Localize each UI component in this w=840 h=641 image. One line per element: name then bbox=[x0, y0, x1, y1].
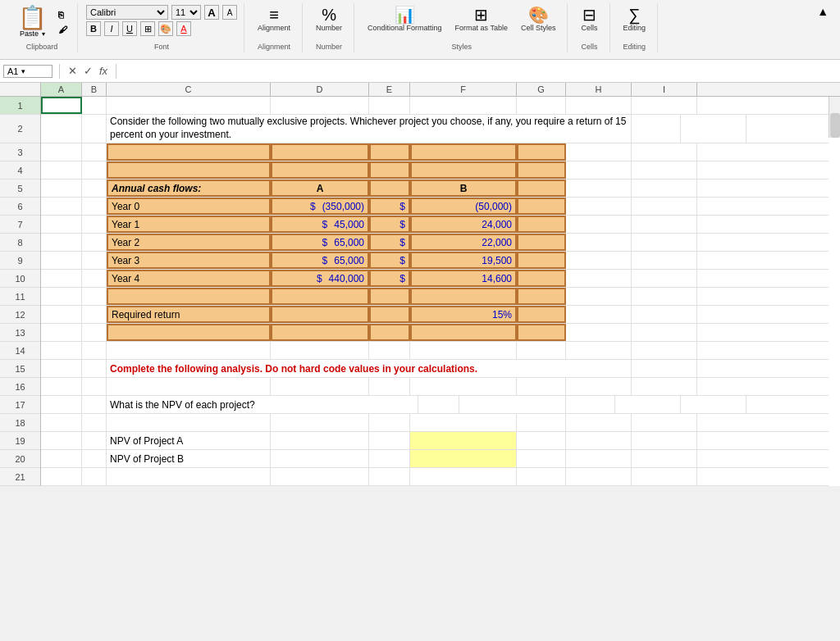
cell-A9[interactable] bbox=[41, 252, 82, 269]
confirm-formula-icon[interactable]: ✓ bbox=[82, 65, 94, 77]
cell-G2[interactable] bbox=[632, 115, 681, 143]
cell-I6[interactable] bbox=[632, 198, 697, 215]
cell-D21[interactable] bbox=[271, 468, 369, 485]
row-num-10[interactable]: 10 bbox=[0, 270, 40, 288]
cell-G17[interactable] bbox=[566, 396, 615, 413]
cell-B10[interactable] bbox=[82, 270, 107, 287]
row-num-18[interactable]: 18 bbox=[0, 414, 40, 432]
cell-C18[interactable] bbox=[107, 414, 271, 431]
cell-E21[interactable] bbox=[369, 468, 410, 485]
cell-B1[interactable] bbox=[82, 97, 107, 114]
cell-E7[interactable]: $ bbox=[369, 216, 410, 233]
cell-H14[interactable] bbox=[566, 342, 632, 359]
cell-E18[interactable] bbox=[369, 414, 410, 431]
paste-dropdown-icon[interactable]: ▾ bbox=[42, 30, 45, 38]
row-num-21[interactable]: 21 bbox=[0, 468, 40, 486]
cell-B3[interactable] bbox=[82, 143, 107, 161]
cell-C1[interactable] bbox=[107, 97, 271, 114]
cell-A15[interactable] bbox=[41, 360, 82, 377]
cell-I4[interactable] bbox=[632, 161, 697, 179]
cell-B13[interactable] bbox=[82, 324, 107, 341]
cell-I12[interactable] bbox=[632, 306, 697, 323]
cell-B18[interactable] bbox=[82, 414, 107, 431]
cell-A6[interactable] bbox=[41, 198, 82, 215]
cell-I1[interactable] bbox=[632, 97, 697, 114]
cell-I21[interactable] bbox=[632, 468, 697, 485]
cell-I10[interactable] bbox=[632, 270, 697, 287]
cell-D9[interactable]: $ 65,000 bbox=[271, 252, 369, 269]
cell-G16[interactable] bbox=[517, 378, 566, 395]
cell-E10[interactable]: $ bbox=[369, 270, 410, 287]
font-size-select[interactable]: 11 bbox=[171, 5, 201, 20]
cell-A14[interactable] bbox=[41, 342, 82, 359]
conditional-formatting-button[interactable]: 📊 Conditional Formatting bbox=[363, 5, 447, 34]
cell-C3[interactable] bbox=[107, 143, 271, 161]
cell-H7[interactable] bbox=[566, 216, 632, 233]
cell-H16[interactable] bbox=[566, 378, 632, 395]
row-num-7[interactable]: 7 bbox=[0, 216, 40, 234]
cell-H9[interactable] bbox=[566, 252, 632, 269]
fill-color-button[interactable]: 🎨 bbox=[158, 21, 173, 36]
cell-C15[interactable]: Complete the following analysis. Do not … bbox=[107, 360, 632, 377]
underline-button[interactable]: U bbox=[122, 21, 137, 36]
cell-F8[interactable]: 22,000 bbox=[410, 234, 517, 251]
cell-I9[interactable] bbox=[632, 252, 697, 269]
cell-A18[interactable] bbox=[41, 414, 82, 431]
cell-ref-dropdown-icon[interactable]: ▾ bbox=[21, 67, 25, 75]
scrollbar-thumb[interactable] bbox=[830, 113, 840, 138]
row-num-1[interactable]: 1 bbox=[0, 97, 40, 115]
cell-I8[interactable] bbox=[632, 234, 697, 251]
cell-C12[interactable]: Required return bbox=[107, 306, 271, 323]
cell-H1[interactable] bbox=[566, 97, 632, 114]
cell-F11[interactable] bbox=[410, 288, 517, 305]
row-num-9[interactable]: 9 bbox=[0, 252, 40, 270]
bold-button[interactable]: B bbox=[86, 21, 101, 36]
cell-A21[interactable] bbox=[41, 468, 82, 485]
italic-button[interactable]: I bbox=[104, 21, 119, 36]
cell-D1[interactable] bbox=[271, 97, 369, 114]
cell-E1[interactable] bbox=[369, 97, 410, 114]
cell-F13[interactable] bbox=[410, 324, 517, 341]
cell-H15[interactable] bbox=[632, 360, 697, 377]
cell-F1[interactable] bbox=[410, 97, 517, 114]
font-color-button[interactable]: A bbox=[176, 21, 191, 36]
cell-H10[interactable] bbox=[566, 270, 632, 287]
row-num-11[interactable]: 11 bbox=[0, 288, 40, 306]
cell-B2[interactable] bbox=[82, 115, 107, 143]
cell-E12[interactable] bbox=[369, 306, 410, 323]
copy-button[interactable]: ⎘ bbox=[55, 8, 71, 21]
cell-D7[interactable]: $ 45,000 bbox=[271, 216, 369, 233]
col-header-B[interactable]: B bbox=[82, 83, 107, 96]
cell-I17[interactable] bbox=[681, 396, 746, 413]
row-num-8[interactable]: 8 bbox=[0, 234, 40, 252]
cell-I7[interactable] bbox=[632, 216, 697, 233]
cell-B15[interactable] bbox=[82, 360, 107, 377]
alignment-button[interactable]: ≡ Alignment bbox=[253, 5, 295, 34]
cell-E8[interactable]: $ bbox=[369, 234, 410, 251]
cell-I5[interactable] bbox=[632, 180, 697, 197]
cell-C20[interactable]: NPV of Project B bbox=[107, 450, 271, 467]
grow-font-button[interactable]: A bbox=[204, 5, 219, 20]
cell-H4[interactable] bbox=[566, 161, 632, 179]
col-header-H[interactable]: H bbox=[566, 83, 632, 96]
cell-F14[interactable] bbox=[410, 342, 517, 359]
cell-E4[interactable] bbox=[369, 161, 410, 179]
cell-F19[interactable] bbox=[410, 432, 517, 449]
cell-E17[interactable] bbox=[418, 396, 459, 413]
cell-C2[interactable]: Consider the following two mutually excl… bbox=[107, 115, 632, 143]
cell-F4[interactable] bbox=[410, 161, 517, 179]
insert-function-icon[interactable]: fx bbox=[98, 65, 109, 77]
cell-A17[interactable] bbox=[41, 396, 82, 413]
format-painter-button[interactable]: 🖌 bbox=[55, 23, 71, 36]
cell-F20[interactable] bbox=[410, 450, 517, 467]
cell-B6[interactable] bbox=[82, 198, 107, 215]
cell-D6[interactable]: $ (350,000) bbox=[271, 198, 369, 215]
cell-H13[interactable] bbox=[566, 324, 632, 341]
cell-G10[interactable] bbox=[517, 270, 566, 287]
cell-B20[interactable] bbox=[82, 450, 107, 467]
cell-F17[interactable] bbox=[459, 396, 566, 413]
cell-H12[interactable] bbox=[566, 306, 632, 323]
cell-G13[interactable] bbox=[517, 324, 566, 341]
paste-button[interactable]: 📋 Paste ▾ bbox=[13, 5, 52, 39]
cell-H2[interactable] bbox=[681, 115, 746, 143]
